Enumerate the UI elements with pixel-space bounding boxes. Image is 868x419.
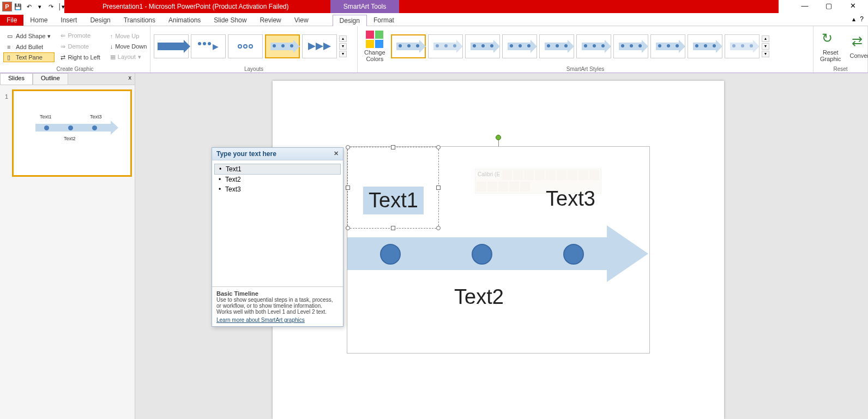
app-logo: P: [2, 2, 12, 11]
text-pane-button[interactable]: ▯Text Pane: [3, 52, 55, 62]
right-to-left-button[interactable]: ⇄ Right to Left: [57, 52, 104, 63]
mini-toolbar-item[interactable]: [546, 170, 556, 180]
text1-selection-box[interactable]: Text1: [347, 147, 439, 229]
smartart-text3[interactable]: Text3: [546, 187, 595, 211]
text-pane-title: Type your text here: [216, 150, 276, 158]
style-option-1-selected[interactable]: [391, 34, 426, 58]
timeline-dot-3[interactable]: [563, 244, 584, 265]
tab-file[interactable]: File: [0, 15, 23, 26]
style-option-10[interactable]: [725, 34, 760, 58]
style-option-6[interactable]: [576, 34, 611, 58]
rotation-handle[interactable]: [496, 135, 501, 140]
mini-toolbar-item[interactable]: [513, 170, 523, 180]
text-pane-item-2[interactable]: Text2: [214, 175, 341, 184]
mini-toolbar-item[interactable]: [487, 182, 497, 191]
smartart-tools-contextual-tab: SmartArt Tools: [330, 0, 399, 13]
close-button[interactable]: ✕: [847, 0, 858, 11]
layouts-more[interactable]: ▾: [339, 51, 347, 57]
tab-slideshow[interactable]: Slide Show: [207, 15, 253, 26]
text-pane-learn-more-link[interactable]: Learn more about SmartArt graphics: [216, 317, 339, 323]
layout-button[interactable]: ▦ Layout ▾: [106, 52, 151, 62]
tab-design[interactable]: Design: [83, 15, 117, 26]
move-up-button[interactable]: ↑ Move Up: [106, 31, 151, 41]
qat-customize-icon[interactable]: │▾: [57, 2, 67, 11]
smartart-text1[interactable]: Text1: [363, 187, 424, 214]
panel-close-button[interactable]: x: [125, 73, 135, 85]
mini-toolbar-item[interactable]: [498, 182, 508, 191]
text-pane-window[interactable]: Type your text here ✕ Text1 Text2 Text3 …: [212, 147, 343, 327]
redo-icon[interactable]: ↷: [46, 2, 56, 11]
tab-view[interactable]: View: [288, 15, 315, 26]
group-reset-label: Reset: [817, 65, 864, 73]
mini-toolbar-item[interactable]: [535, 170, 545, 180]
text-pane-close-icon[interactable]: ✕: [334, 150, 339, 158]
layout-icon: ▦: [110, 53, 116, 61]
style-option-7[interactable]: [613, 34, 648, 58]
convert-button[interactable]: ⇄ Convert: [847, 33, 868, 60]
mini-toolbar-font: Calibri (E: [477, 170, 501, 181]
text-pane-icon: ▯: [7, 54, 14, 61]
thumb-text2: Text2: [64, 136, 76, 141]
style-option-8[interactable]: [650, 34, 685, 58]
tab-insert[interactable]: Insert: [54, 15, 83, 26]
timeline-dot-1[interactable]: [380, 244, 401, 265]
smartart-text2[interactable]: Text2: [454, 285, 504, 309]
text-pane-item-3[interactable]: Text3: [214, 184, 341, 194]
promote-button[interactable]: ⇐ Promote: [57, 31, 104, 41]
outline-tab[interactable]: Outline: [33, 73, 68, 85]
tab-review[interactable]: Review: [253, 15, 287, 26]
mini-toolbar-item[interactable]: [568, 170, 577, 180]
tab-transitions[interactable]: Transitions: [117, 15, 162, 26]
minimize-button[interactable]: —: [799, 0, 810, 11]
move-down-button[interactable]: ↓ Move Down: [106, 41, 151, 51]
layout-option-5[interactable]: [302, 34, 337, 58]
maximize-button[interactable]: ▢: [823, 0, 834, 11]
tab-smartart-format[interactable]: Format: [367, 15, 401, 26]
tab-animations[interactable]: Animations: [162, 15, 207, 26]
mini-toolbar-item[interactable]: [578, 170, 588, 180]
layouts-scroll-up[interactable]: ▴: [339, 35, 347, 42]
qat-more-icon[interactable]: ▾: [35, 2, 45, 11]
mini-toolbar-item[interactable]: [589, 170, 599, 180]
slide-number: 1: [5, 93, 8, 100]
ribbon-collapse-icon[interactable]: ▴: [852, 15, 855, 23]
layout-option-3[interactable]: [228, 34, 263, 58]
mini-toolbar-item[interactable]: [520, 182, 530, 191]
style-option-9[interactable]: [688, 34, 722, 58]
styles-scroll-up[interactable]: ▴: [762, 35, 769, 42]
mini-toolbar-item[interactable]: [502, 170, 512, 180]
save-icon[interactable]: 💾: [13, 2, 23, 11]
style-option-5[interactable]: [539, 34, 574, 58]
style-option-2[interactable]: [428, 34, 463, 58]
change-colors-button[interactable]: Change Colors: [361, 29, 389, 63]
add-bullet-button[interactable]: ≡Add Bullet: [3, 42, 55, 52]
layout-option-1[interactable]: [154, 34, 189, 58]
layout-option-4-selected[interactable]: [265, 34, 300, 58]
layout-option-2[interactable]: ▶: [191, 34, 226, 58]
text-pane-info-desc: Use to show sequential steps in a task, …: [216, 297, 333, 315]
demote-button[interactable]: ⇒ Demote: [57, 41, 104, 52]
reset-graphic-button[interactable]: ↻ Reset Graphic: [817, 29, 845, 63]
slide-thumbnail-1[interactable]: 1 Text1 Text3 Text2: [12, 89, 132, 177]
smartart-arrow[interactable]: [347, 237, 649, 270]
styles-scroll-down[interactable]: ▾: [762, 43, 769, 50]
text-pane-item-1[interactable]: Text1: [214, 164, 341, 175]
undo-icon[interactable]: ↶: [24, 2, 34, 11]
layouts-scroll-down[interactable]: ▾: [339, 43, 347, 50]
add-shape-icon: ▭: [7, 33, 14, 39]
style-option-4[interactable]: [502, 34, 537, 58]
ribbon-help-icon[interactable]: ?: [860, 15, 864, 23]
style-option-3[interactable]: [465, 34, 500, 58]
mini-toolbar-item[interactable]: [524, 170, 534, 180]
mini-toolbar-item[interactable]: [477, 182, 486, 191]
smartart-object[interactable]: Text1 Calibri (E Text3: [347, 146, 650, 354]
mini-toolbar-item[interactable]: [557, 170, 566, 180]
tab-smartart-design[interactable]: Design: [333, 15, 367, 26]
title-bar: Presentation1 - Microsoft PowerPoint (Pr…: [64, 0, 779, 13]
timeline-dot-2[interactable]: [472, 244, 492, 265]
tab-home[interactable]: Home: [23, 15, 54, 26]
add-shape-button[interactable]: ▭Add Shape ▾: [3, 31, 55, 41]
mini-toolbar-item[interactable]: [509, 182, 519, 191]
slides-tab[interactable]: Slides: [0, 73, 33, 85]
styles-more[interactable]: ▾: [762, 51, 769, 57]
